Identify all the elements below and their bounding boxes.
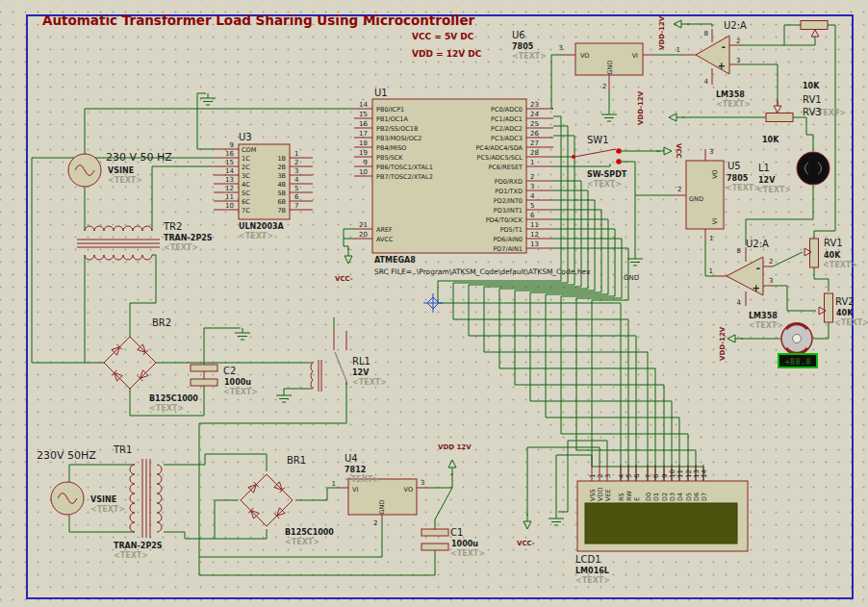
tr2-core (77, 240, 160, 247)
lcd-pin-name: RW (625, 491, 633, 501)
u5-pin-num: 3 (709, 148, 713, 156)
lcd-pin-name: D0 (645, 493, 652, 501)
sw1-lever[interactable] (574, 149, 616, 157)
u4-ref: U4 (345, 453, 358, 464)
component-u6-7805[interactable]: U6 7805 <TEXT> VO VI GND 3 2 (512, 30, 643, 90)
c2-plate[interactable] (191, 379, 217, 386)
u1-pin-num: 21 (359, 221, 368, 229)
u4-pin-num: 2 (373, 519, 377, 527)
u6-text: <TEXT> (512, 52, 547, 61)
component-c2-capacitor[interactable]: C2 1000u <TEXT> (191, 365, 258, 396)
u3-pin-name: 4C (242, 181, 250, 189)
rv2-body[interactable] (825, 293, 833, 322)
u3-pin-num: 16 (225, 150, 234, 158)
component-l1-lamp[interactable]: L1 12V <TEXT> (756, 152, 830, 194)
u1-pin-num: 27 (530, 139, 539, 147)
power-arrow-pot2 (669, 114, 684, 121)
u1-pin-name: PB5/SCK (376, 154, 403, 162)
component-c1-capacitor[interactable]: C1 1000u <TEXT> (421, 527, 485, 558)
component-tr1-transformer[interactable]: TR1 TRAN-2P2S <TEXT> (113, 444, 163, 560)
opamp2-pin-num: 3 (769, 277, 773, 285)
opamp1-pin-num: 2 (736, 38, 740, 45)
u1-pin-name: PC3/ADC3 (491, 135, 523, 142)
rv1-top-body[interactable] (801, 21, 828, 30)
u1-pin-num: 5 (530, 202, 534, 210)
rv1-mid-body[interactable] (810, 239, 819, 267)
component-motor[interactable]: +88.8 (779, 323, 817, 367)
lcd-pin-name: VEE (604, 489, 612, 501)
opamp2-pin-num: 8 (737, 247, 741, 255)
schematic-canvas: Automatic Transformer Load Sharing Using… (0, 0, 868, 607)
power-arrow-motor (728, 335, 743, 342)
power-arrow-vcc-avcc (345, 248, 352, 264)
lcd-pin-num: 4 (618, 473, 625, 478)
u1-pin-num: 20 (359, 231, 368, 239)
origin-marker-icon (423, 293, 443, 313)
br2-body[interactable] (104, 337, 156, 389)
u1-pin-num: 10 (359, 168, 368, 176)
u1-pin-name: PD0/RXD (495, 178, 523, 186)
ground-symbol (549, 514, 564, 525)
component-u5-7805[interactable]: U5 7805 <TEXT> GND VO VI 3 2 1 (677, 148, 760, 242)
lcd-pin-num: 2 (597, 474, 604, 478)
vsine1-text: <TEXT> (108, 176, 142, 185)
component-rv3-pot[interactable]: <TEXT> RV3 10K (762, 100, 846, 144)
c2-plate[interactable] (191, 365, 217, 371)
u1-pin-name: PD5/T1 (500, 226, 523, 234)
component-u3-uln2003a[interactable]: U3 ULN2003A <TEXT> 9COM 161C 152C 143C 1… (225, 132, 299, 240)
rv3-body[interactable] (766, 114, 793, 122)
component-br2-bridge[interactable]: BR2 B125C1000 <TEXT> (104, 317, 198, 413)
u1-pin-num: 12 (530, 231, 539, 239)
u1-pin-name: PB3/MOSI/OC2 (376, 135, 421, 142)
u1-src-file: SRC FILE=..\Program\ATKSM_Code\default\A… (374, 267, 591, 276)
sw1-value: SW-SPDT (587, 170, 627, 179)
u4-pin-gnd: GND (378, 500, 386, 515)
component-u4-7812[interactable]: U4 7812 <TEXT> VI VO GND 1 3 2 (332, 453, 425, 527)
u3-pin-num: 9 (230, 141, 234, 149)
l1-body[interactable] (797, 152, 830, 185)
component-vsine1[interactable]: 230 V 50 HZ VSINE <TEXT> (68, 151, 172, 187)
rl1-ref: RL1 (352, 356, 370, 367)
lcd-pin-num: 10 (669, 469, 677, 478)
ground-symbol (601, 110, 617, 121)
rv3-wiper-icon[interactable] (774, 106, 781, 113)
u3-value: ULN2003A (239, 222, 285, 231)
opamp1-ref: U2:A (724, 20, 747, 31)
u1-pin-num: 13 (530, 240, 539, 248)
lcd-pin-name: D1 (652, 493, 660, 501)
u3-ref: U3 (239, 132, 252, 142)
power-arrow-vcc-sw (656, 147, 672, 155)
proteus-schematic-page: { "title": "Automatic Transformer Load S… (0, 0, 868, 607)
br1-body[interactable] (241, 474, 293, 526)
u5-text: <TEXT> (726, 184, 760, 192)
u3-pin-num: 15 (225, 159, 234, 166)
u1-pin-name: PC6/RESET (488, 164, 523, 171)
component-rv1-mid-pot[interactable]: RV1 40K <TEXT> (804, 238, 857, 269)
component-tr2-transformer[interactable]: TR2 TRAN-2P2S <TEXT> (77, 221, 213, 260)
u4-pin-num: 3 (421, 479, 424, 487)
c1-plate[interactable] (421, 529, 448, 536)
vsine2-text: <TEXT> (90, 505, 125, 514)
rl1-value: 12V (352, 368, 370, 377)
tr1-primary-coil (130, 465, 135, 532)
rv1-top-wiper-icon[interactable] (811, 30, 819, 37)
tr1-value: TRAN-2P2S (114, 542, 163, 550)
component-rv2-pot[interactable]: RV2 40K <TEXT> (819, 293, 868, 327)
c1-plate[interactable] (421, 544, 448, 550)
u4-value: 7812 (345, 466, 366, 474)
u1-pin-name: PB4/MISO (376, 144, 406, 152)
rv1-mid-value: 40K (824, 251, 841, 260)
u6-ref: U6 (512, 30, 525, 40)
rl1-contact-lever[interactable] (335, 352, 346, 381)
lcd-pin-num: 14 (701, 469, 708, 478)
c1-ref: C1 (450, 527, 463, 538)
u6-pin-gnd: GND (606, 61, 614, 75)
component-rv1-top-pot[interactable]: 10K RV1 (801, 21, 828, 106)
tr2-ref: TR2 (163, 221, 182, 232)
component-vsine2[interactable]: 230V 50HZ VSINE <TEXT> (37, 449, 125, 515)
rv1-mid-ref: RV1 (824, 238, 843, 248)
u4-pin-vi: VI (352, 486, 358, 493)
component-lcd1-lm016l[interactable]: LCD1 LM016L <TEXT> 1VSS 2VDD 3VEE 4RS 5R… (575, 469, 748, 585)
u1-pin-num: 17 (359, 130, 368, 138)
component-rl1-relay[interactable]: RL1 12V <TEXT> (311, 352, 387, 392)
